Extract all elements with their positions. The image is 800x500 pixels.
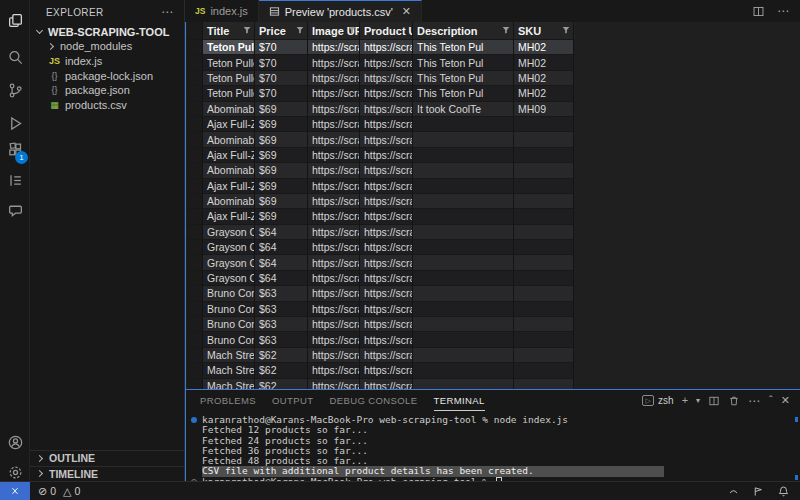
tree-item-products.csv[interactable]: ▦products.csv: [30, 98, 184, 113]
table-cell[interactable]: [413, 225, 514, 240]
table-cell[interactable]: Abominable H: [203, 194, 255, 209]
filter-icon[interactable]: [562, 26, 570, 34]
table-cell[interactable]: Ajax Full-Zip S: [203, 117, 255, 132]
remote-indicator[interactable]: [0, 482, 30, 500]
table-cell[interactable]: $62: [255, 348, 308, 363]
row-handle[interactable]: [187, 240, 203, 255]
table-cell[interactable]: https://scrapin: [360, 148, 413, 163]
table-cell[interactable]: https://scrapin: [308, 240, 360, 255]
table-cell[interactable]: https://scrapin: [360, 71, 413, 86]
table-cell[interactable]: This Teton Pul: [413, 71, 514, 86]
table-cell[interactable]: https://scrapin: [360, 255, 413, 270]
panel-more-icon[interactable]: ⋯: [748, 394, 761, 408]
filter-icon[interactable]: [296, 26, 304, 34]
table-cell[interactable]: $62: [255, 363, 308, 378]
table-cell[interactable]: [514, 148, 574, 163]
table-cell[interactable]: [514, 363, 574, 378]
table-cell[interactable]: https://scrapin: [360, 317, 413, 332]
run-debug-icon[interactable]: [0, 109, 30, 137]
table-cell[interactable]: Grayson Crew: [203, 225, 255, 240]
table-cell[interactable]: [413, 271, 514, 286]
table-cell[interactable]: [514, 209, 574, 224]
table-cell[interactable]: https://scrapin: [360, 209, 413, 224]
extensions-icon[interactable]: 1: [0, 136, 30, 164]
table-cell[interactable]: $70: [255, 40, 308, 55]
row-handle[interactable]: [187, 194, 203, 209]
table-cell[interactable]: $70: [255, 55, 308, 70]
table-cell[interactable]: [413, 148, 514, 163]
table-cell[interactable]: https://scrapin: [308, 86, 360, 101]
table-cell[interactable]: [514, 332, 574, 347]
row-handle[interactable]: [187, 40, 203, 55]
table-cell[interactable]: Bruno Compet: [203, 332, 255, 347]
terminal-output[interactable]: karanrathod@Karans-MacBook-Pro web-scrap…: [186, 411, 800, 487]
column-header-title[interactable]: Title: [203, 22, 255, 40]
table-cell[interactable]: $69: [255, 117, 308, 132]
table-cell[interactable]: https://scrapin: [360, 363, 413, 378]
trash-icon[interactable]: [728, 395, 740, 407]
row-handle[interactable]: [187, 117, 203, 132]
table-cell[interactable]: $70: [255, 86, 308, 101]
explorer-icon[interactable]: [0, 6, 30, 34]
table-cell[interactable]: https://scrapin: [308, 71, 360, 86]
close-icon[interactable]: ✕: [402, 5, 411, 18]
chevron-down-icon[interactable]: ▾: [696, 397, 700, 405]
table-cell[interactable]: https://scrapin: [308, 40, 360, 55]
table-cell[interactable]: It took CoolTe: [413, 102, 514, 117]
table-cell[interactable]: https://scrapin: [360, 179, 413, 194]
table-cell[interactable]: Abominable H: [203, 102, 255, 117]
table-cell[interactable]: Ajax Full-Zip S: [203, 148, 255, 163]
table-cell[interactable]: $69: [255, 179, 308, 194]
table-cell[interactable]: https://scrapin: [360, 348, 413, 363]
table-cell[interactable]: [514, 163, 574, 178]
table-cell[interactable]: MH09: [514, 102, 574, 117]
row-handle[interactable]: [187, 255, 203, 270]
table-cell[interactable]: https://scrapin: [308, 209, 360, 224]
table-cell[interactable]: This Teton Pul: [413, 55, 514, 70]
table-cell[interactable]: MH02: [514, 86, 574, 101]
search-icon[interactable]: [0, 43, 30, 71]
table-cell[interactable]: [514, 179, 574, 194]
maximize-panel-icon[interactable]: ˆ: [769, 395, 773, 406]
table-cell[interactable]: [413, 302, 514, 317]
table-cell[interactable]: [413, 117, 514, 132]
account-icon[interactable]: [0, 428, 30, 456]
row-handle[interactable]: [187, 179, 203, 194]
table-cell[interactable]: Abominable H: [203, 163, 255, 178]
table-cell[interactable]: $69: [255, 132, 308, 147]
explorer-more-icon[interactable]: ⋯: [161, 5, 174, 19]
source-control-icon[interactable]: [0, 76, 30, 104]
table-cell[interactable]: $64: [255, 271, 308, 286]
new-terminal-icon[interactable]: +: [682, 395, 688, 406]
row-handle[interactable]: [187, 225, 203, 240]
table-cell[interactable]: [514, 117, 574, 132]
tab-index-js[interactable]: JS index.js: [185, 0, 259, 22]
column-header-product-url[interactable]: Product URL: [360, 22, 413, 40]
table-cell[interactable]: https://scrapin: [308, 302, 360, 317]
table-cell[interactable]: $63: [255, 317, 308, 332]
editor-more-icon[interactable]: ⋯: [777, 4, 790, 18]
table-cell[interactable]: Bruno Compet: [203, 286, 255, 301]
table-cell[interactable]: https://scrapin: [308, 286, 360, 301]
table-cell[interactable]: https://scrapin: [360, 163, 413, 178]
row-handle[interactable]: [187, 55, 203, 70]
table-cell[interactable]: [514, 286, 574, 301]
row-handle[interactable]: [187, 102, 203, 117]
table-cell[interactable]: $64: [255, 240, 308, 255]
row-handle[interactable]: [187, 163, 203, 178]
panel-tab-problems[interactable]: PROBLEMS: [200, 390, 256, 411]
split-editor-icon[interactable]: [752, 5, 765, 18]
row-handle[interactable]: [187, 286, 203, 301]
feedback-icon[interactable]: [752, 485, 765, 498]
table-cell[interactable]: https://scrapin: [360, 55, 413, 70]
panel-tab-debug-console[interactable]: DEBUG CONSOLE: [329, 390, 417, 411]
table-cell[interactable]: https://scrapin: [360, 271, 413, 286]
column-header-description[interactable]: Description: [413, 22, 514, 40]
table-cell[interactable]: https://scrapin: [308, 194, 360, 209]
table-cell[interactable]: [413, 179, 514, 194]
table-cell[interactable]: https://scrapin: [360, 86, 413, 101]
table-cell[interactable]: [413, 379, 514, 389]
table-cell[interactable]: https://scrapin: [308, 348, 360, 363]
row-handle[interactable]: [187, 332, 203, 347]
table-cell[interactable]: This Teton Pul: [413, 86, 514, 101]
